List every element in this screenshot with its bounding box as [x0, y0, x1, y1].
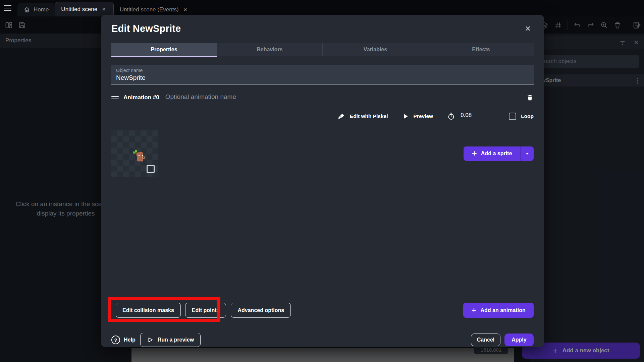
gdevelop-app: Home Untitled scene ✕ Untitled scene (Ev…: [0, 0, 644, 362]
loop-label: Loop: [521, 113, 534, 119]
tab-untitled-scene-events[interactable]: Untitled scene (Events) ✕: [114, 3, 195, 16]
advanced-options-button[interactable]: Advanced options: [231, 303, 291, 318]
tab-home[interactable]: Home: [17, 3, 55, 16]
plus-icon: +: [472, 149, 477, 158]
run-preview-label: Run a preview: [158, 337, 194, 343]
tab-untitled-scene[interactable]: Untitled scene ✕: [55, 2, 113, 16]
object-name-label: Object name: [116, 68, 529, 73]
apply-button[interactable]: Apply: [504, 334, 534, 346]
tab-effects[interactable]: Effects: [428, 43, 534, 56]
edit-sprite-dialog: Edit NewSprite ✕ Properties Behaviors Va…: [101, 15, 544, 347]
add-sprite-button[interactable]: + Add a sprite: [464, 146, 520, 161]
close-tab-icon[interactable]: ✕: [101, 6, 107, 13]
play-icon: [402, 113, 409, 120]
dialog-title: Edit NewSprite: [111, 23, 181, 34]
edit-collision-masks-button[interactable]: Edit collision masks: [116, 303, 181, 318]
add-sprite-split-button: + Add a sprite: [464, 146, 534, 161]
animation-row: Animation #0: [111, 92, 534, 103]
stopwatch-icon: [447, 112, 455, 120]
tab-home-label: Home: [34, 6, 49, 13]
preview-button[interactable]: Preview: [414, 113, 433, 119]
delete-animation-button[interactable]: [526, 94, 534, 101]
add-animation-label: Add an animation: [480, 307, 525, 313]
brush-icon: [338, 113, 345, 120]
help-icon: ?: [111, 336, 120, 344]
tab-scene-label: Untitled scene: [61, 6, 97, 13]
time-between-frames-input[interactable]: [460, 111, 495, 121]
home-icon: [23, 6, 30, 13]
help-button[interactable]: ? Help: [111, 336, 136, 344]
add-sprite-label: Add a sprite: [481, 150, 512, 157]
top-tab-bar: Home Untitled scene ✕ Untitled scene (Ev…: [0, 0, 644, 16]
animation-tools-row: Edit with Piskel Preview Loop: [111, 111, 534, 121]
sprite-actions-row: Edit collision masks Edit points Advance…: [111, 303, 534, 318]
tab-events-label: Untitled scene (Events): [120, 6, 179, 13]
drag-handle-icon[interactable]: [111, 96, 119, 99]
cancel-button[interactable]: Cancel: [471, 334, 500, 346]
trash-icon: [526, 94, 534, 101]
edit-with-piskel-button[interactable]: Edit with Piskel: [350, 113, 388, 119]
sprite-thumbnail[interactable]: [111, 130, 158, 177]
chevron-down-icon: [524, 150, 530, 157]
tab-variables[interactable]: Variables: [323, 43, 428, 56]
edit-points-button[interactable]: Edit points: [185, 303, 226, 318]
dialog-footer: ? Help Run a preview Cancel Apply: [111, 333, 534, 347]
animation-label: Animation #0: [123, 94, 159, 101]
sprites-row: + Add a sprite: [111, 130, 534, 177]
sprite-select-checkbox[interactable]: [147, 165, 155, 173]
close-dialog-icon[interactable]: ✕: [522, 23, 534, 35]
close-tab-icon[interactable]: ✕: [182, 6, 189, 13]
pig-sprite-image: [128, 145, 149, 166]
plus-icon: +: [471, 306, 476, 314]
dialog-tabs: Properties Behaviors Variables Effects: [111, 43, 534, 56]
loop-checkbox[interactable]: [509, 113, 516, 120]
add-animation-button[interactable]: + Add an animation: [463, 303, 534, 318]
run-preview-button[interactable]: Run a preview: [140, 333, 201, 347]
add-sprite-caret-button[interactable]: [520, 146, 534, 161]
tab-behaviors[interactable]: Behaviors: [217, 43, 323, 56]
play-outline-icon: [147, 337, 154, 343]
animation-name-input[interactable]: [165, 92, 520, 103]
object-name-input[interactable]: [116, 74, 529, 81]
main-menu-button[interactable]: [0, 0, 15, 16]
tab-properties[interactable]: Properties: [111, 43, 217, 56]
help-label: Help: [124, 337, 136, 343]
object-name-field[interactable]: Object name: [111, 65, 534, 84]
